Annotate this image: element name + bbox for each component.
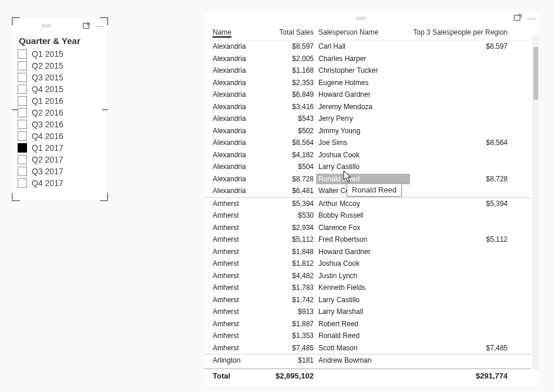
slicer-item[interactable]: Q2 2016 xyxy=(16,107,103,119)
cell-top3: $7,485 xyxy=(410,343,510,354)
slicer-item[interactable]: Q1 2016 xyxy=(16,95,103,107)
table-row[interactable]: Alexandria$6,481Walter Cox xyxy=(204,185,531,197)
cell-total-sales: $502 xyxy=(251,126,316,137)
checkbox-icon[interactable] xyxy=(18,155,27,164)
cell-top3 xyxy=(410,319,510,330)
checkbox-icon[interactable] xyxy=(18,131,27,141)
checkbox-icon[interactable] xyxy=(18,167,27,176)
table-row[interactable]: Amherst$1,848Howard Gardner xyxy=(204,246,531,258)
checkbox-icon[interactable] xyxy=(18,143,27,153)
column-header-top3[interactable]: Top 3 Salespeople per Region xyxy=(410,27,510,38)
table-row[interactable]: Amherst$530Bobby Russell xyxy=(204,209,531,222)
cell-salesperson: Howard Gardner xyxy=(316,246,410,258)
column-header-total-sales[interactable]: Total Sales xyxy=(251,27,316,38)
checkbox-icon[interactable] xyxy=(18,108,27,117)
cell-salesperson: Charles Harper xyxy=(316,53,410,65)
table-row[interactable]: Amherst$5,112Fred Robertson$5,112 xyxy=(204,234,531,246)
table-row[interactable]: Alexandria$8,597Carl Hall$8,597 xyxy=(204,40,531,53)
cell-salesperson: Larry Castillo xyxy=(316,161,410,173)
slicer-item[interactable]: Q2 2015 xyxy=(16,60,103,72)
cell-salesperson: Jeremy Mendoza xyxy=(316,102,410,113)
cell-total-sales: $6,481 xyxy=(251,185,316,197)
table-row[interactable]: Amherst$1,353Ronald Reed xyxy=(204,330,531,342)
checkbox-icon[interactable] xyxy=(18,61,27,70)
cell-top3 xyxy=(410,161,510,173)
table-row[interactable]: Amherst$1,742Larry Castillo xyxy=(204,294,531,306)
table-row[interactable]: Alexandria$502Jimmy Young xyxy=(204,125,531,137)
table-row[interactable]: Alexandria$543Jerry Perry xyxy=(204,113,531,125)
slicer-item[interactable]: Q2 2017 xyxy=(16,154,103,165)
more-options-icon[interactable]: ··· xyxy=(96,21,105,31)
table-header-row: Name Total Sales Salesperson Name Top 3 … xyxy=(204,25,531,40)
table-row[interactable]: Alexandria$3,416Jeremy Mendoza xyxy=(204,101,531,113)
table-row[interactable]: Amherst$7,485Scott Mason$7,485 xyxy=(204,342,531,354)
vertical-scrollbar[interactable] xyxy=(532,35,539,370)
table-row[interactable]: Alexandria$2,353Eugene Holmes xyxy=(204,77,531,89)
table-row[interactable]: Alexandria$8,728Ronald Reed$8,728 xyxy=(204,173,531,185)
checkbox-icon[interactable] xyxy=(18,73,27,82)
table-row[interactable]: Alexandria$8,564Joe Sims$8,564 xyxy=(204,137,531,149)
cell-total-sales: $1,353 xyxy=(251,330,316,342)
table-row[interactable]: Amherst$5,394Arthur Mccoy$5,394 xyxy=(204,197,531,210)
checkbox-icon[interactable] xyxy=(18,49,27,59)
cell-salesperson: Ronald Reed xyxy=(316,330,410,342)
table-row[interactable]: Alexandria$6,849Howard Gardner xyxy=(204,89,531,101)
resize-handle[interactable] xyxy=(12,109,18,110)
checkbox-icon[interactable] xyxy=(18,85,27,94)
cell-total-sales: $4,182 xyxy=(251,150,316,161)
drag-handle[interactable] xyxy=(41,23,52,29)
table-row[interactable]: Alexandria$4,182Joshua Cook xyxy=(204,149,531,161)
focus-mode-icon[interactable] xyxy=(513,13,522,23)
column-header-name[interactable]: Name xyxy=(213,28,231,38)
scrollbar-thumb[interactable] xyxy=(533,47,538,100)
table-row[interactable]: Amherst$913Larry Marshall xyxy=(204,306,531,318)
slicer-quarter-year[interactable]: ··· Quarter & Year Q1 2015Q2 2015Q3 2015… xyxy=(13,18,107,200)
cell-salesperson: Howard Gardner xyxy=(316,89,410,100)
slicer-item[interactable]: Q4 2017 xyxy=(16,177,103,189)
total-top3: $291,774 xyxy=(410,371,510,380)
cell-top3 xyxy=(410,102,510,113)
table-row[interactable]: Amherst$1,812Joshua Cook xyxy=(204,258,531,270)
cell-top3 xyxy=(410,210,510,221)
cell-name: Amherst xyxy=(210,198,251,209)
cell-top3 xyxy=(410,246,510,258)
cell-salesperson: Andrew Bowman xyxy=(316,355,410,366)
cell-top3 xyxy=(410,126,510,137)
cell-salesperson: Joshua Cook xyxy=(316,258,410,269)
checkbox-icon[interactable] xyxy=(18,178,27,188)
slicer-item-label: Q1 2015 xyxy=(32,49,63,59)
resize-handle[interactable] xyxy=(100,193,108,201)
cell-top3 xyxy=(410,185,510,197)
cell-salesperson: Clarence Fox xyxy=(316,222,410,234)
table-row[interactable]: Amherst$1,783Kenneth Fields xyxy=(204,282,531,294)
cell-top3: $5,112 xyxy=(410,234,510,245)
table-row[interactable]: Amherst$1,887Robert Reed xyxy=(204,318,531,330)
cell-name: Amherst xyxy=(210,222,251,234)
table-row[interactable]: Amherst$2,934Clarence Fox xyxy=(204,222,531,234)
slicer-item[interactable]: Q1 2017 xyxy=(16,142,103,154)
checkbox-icon[interactable] xyxy=(18,96,27,106)
cell-name: Alexandria xyxy=(210,150,251,161)
slicer-item[interactable]: Q4 2015 xyxy=(16,83,103,95)
cell-salesperson: Arthur Mccoy xyxy=(316,198,410,209)
slicer-item[interactable]: Q3 2015 xyxy=(16,72,103,83)
resize-handle[interactable] xyxy=(12,193,20,201)
more-options-icon[interactable]: ··· xyxy=(527,13,536,23)
slicer-item[interactable]: Q4 2016 xyxy=(16,130,103,142)
table-visual[interactable]: ··· Name Total Sales Salesperson Name To… xyxy=(204,12,539,386)
resize-handle[interactable] xyxy=(102,109,108,110)
slicer-item-label: Q4 2017 xyxy=(32,178,63,188)
slicer-item[interactable]: Q1 2015 xyxy=(16,48,103,60)
table-row[interactable]: Arlington$181Andrew Bowman xyxy=(204,354,531,367)
clear-selections-icon[interactable] xyxy=(82,21,91,31)
table-row[interactable]: Alexandria$2,005Charles Harper xyxy=(204,53,531,65)
table-row[interactable]: Amherst$4,482Justin Lynch xyxy=(204,270,531,282)
slicer-title: Quarter & Year xyxy=(13,33,107,47)
slicer-item[interactable]: Q3 2017 xyxy=(16,165,103,177)
drag-handle[interactable] xyxy=(355,15,366,21)
table-row[interactable]: Alexandria$1,168Christopher Tucker xyxy=(204,65,531,77)
checkbox-icon[interactable] xyxy=(18,120,27,129)
table-row[interactable]: Alexandria$504Larry Castillo xyxy=(204,161,531,173)
column-header-salesperson[interactable]: Salesperson Name xyxy=(316,27,410,38)
slicer-item[interactable]: Q3 2016 xyxy=(16,119,103,130)
